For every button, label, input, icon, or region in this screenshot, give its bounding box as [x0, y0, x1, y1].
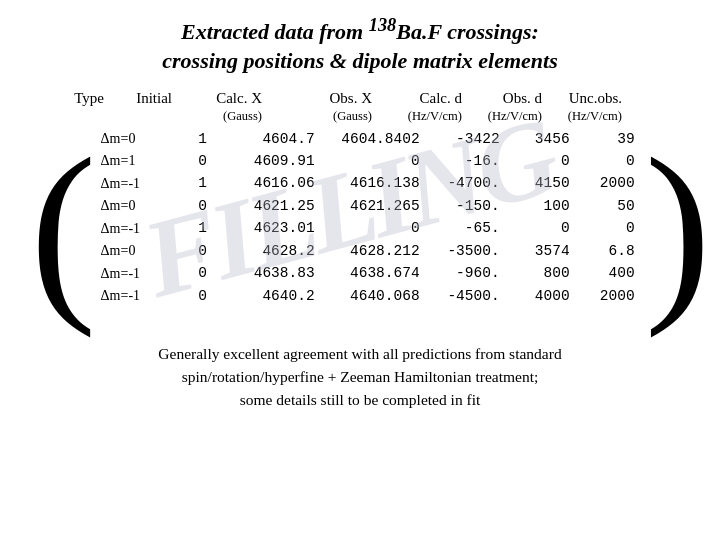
cell-calcx: 4628.2	[231, 240, 321, 262]
cell-calcd: -150.	[426, 195, 506, 217]
cell-calcx: 4616.06	[231, 172, 321, 194]
cell-initial: 0	[181, 195, 231, 217]
header-initial: Initial	[110, 90, 178, 107]
cell-type: Δm=-1	[101, 262, 181, 284]
cell-obsd: 0	[506, 150, 576, 172]
cell-obsd: 800	[506, 262, 576, 284]
cell-uncobs: 50	[576, 195, 641, 217]
cell-type: Δm=1	[101, 150, 181, 172]
cell-calcx: 4623.01	[231, 217, 321, 239]
cell-obsx: 0	[321, 217, 426, 239]
cell-calcx: 4609.91	[231, 150, 321, 172]
table-row: Δm=0 1 4604.7 4604.8402 -3422 3456 39	[101, 128, 641, 150]
cell-obsx: 0	[321, 150, 426, 172]
page-title: Extracted data from 138Ba.F crossings: c…	[162, 14, 557, 76]
subheader-initial-spacer	[110, 109, 178, 124]
header-calcd: Calc. d	[378, 90, 468, 107]
cell-calcd: -16.	[426, 150, 506, 172]
cell-obsx: 4640.068	[321, 285, 426, 307]
header-obsd: Obs. d	[468, 90, 548, 107]
header-obsx: Obs. X	[268, 90, 378, 107]
cell-calcd: -960.	[426, 262, 506, 284]
cell-type: Δm=-1	[101, 285, 181, 307]
cell-initial: 0	[181, 262, 231, 284]
table-row: Δm=-1 0 4640.2 4640.068 -4500. 4000 2000	[101, 285, 641, 307]
cell-calcd: -4700.	[426, 172, 506, 194]
table-row: Δm=0 0 4621.25 4621.265 -150. 100 50	[101, 195, 641, 217]
cell-type: Δm=-1	[101, 217, 181, 239]
cell-uncobs: 0	[576, 217, 641, 239]
bracket-right: )	[645, 128, 712, 328]
title-line2: crossing positions & dipole matrix eleme…	[162, 47, 557, 76]
subheader-obsd-unit: (Hz/V/cm)	[468, 109, 548, 124]
bracket-left: (	[30, 128, 97, 328]
cell-uncobs: 0	[576, 150, 641, 172]
table-row: Δm=0 0 4628.2 4628.212 -3500. 3574 6.8	[101, 240, 641, 262]
cell-calcd: -4500.	[426, 285, 506, 307]
cell-calcx: 4621.25	[231, 195, 321, 217]
cell-obsd: 100	[506, 195, 576, 217]
header-calcx: Calc. X	[178, 90, 268, 107]
cell-calcx: 4604.7	[231, 128, 321, 150]
cell-calcx: 4638.83	[231, 262, 321, 284]
subheader-calcx-unit: (Gauss)	[178, 109, 268, 124]
cell-obsx: 4638.674	[321, 262, 426, 284]
cell-type: Δm=0	[101, 240, 181, 262]
cell-obsd: 4150	[506, 172, 576, 194]
table-row: Δm=1 0 4609.91 0 -16. 0 0	[101, 150, 641, 172]
cell-initial: 1	[181, 128, 231, 150]
cell-obsd: 4000	[506, 285, 576, 307]
cell-initial: 0	[181, 285, 231, 307]
cell-uncobs: 400	[576, 262, 641, 284]
cell-initial: 1	[181, 217, 231, 239]
subheader-uncobs-unit: (Hz/V/cm)	[548, 109, 628, 124]
cell-type: Δm=-1	[101, 172, 181, 194]
cell-uncobs: 2000	[576, 285, 641, 307]
cell-type: Δm=0	[101, 128, 181, 150]
table-row: Δm=-1 0 4638.83 4638.674 -960. 800 400	[101, 262, 641, 284]
matrix-container: ( Δm=0 1 4604.7 4604.8402 -3422 3456 39 …	[30, 128, 700, 328]
cell-calcd: -3422	[426, 128, 506, 150]
table-row: Δm=-1 1 4616.06 4616.138 -4700. 4150 200…	[101, 172, 641, 194]
footer-line3: some details still to be completed in fi…	[158, 388, 561, 411]
page-container: Extracted data from 138Ba.F crossings: c…	[0, 0, 720, 540]
cell-uncobs: 2000	[576, 172, 641, 194]
cell-uncobs: 6.8	[576, 240, 641, 262]
header-uncobs: Unc.obs.	[548, 90, 628, 107]
data-rows: Δm=0 1 4604.7 4604.8402 -3422 3456 39 Δm…	[101, 128, 641, 328]
cell-calcx: 4640.2	[231, 285, 321, 307]
cell-initial: 0	[181, 150, 231, 172]
cell-uncobs: 39	[576, 128, 641, 150]
subheader-row: (Gauss) (Gauss) (Hz/V/cm) (Hz/V/cm) (Hz/…	[30, 109, 700, 124]
cell-obsx: 4628.212	[321, 240, 426, 262]
cell-obsx: 4616.138	[321, 172, 426, 194]
cell-type: Δm=0	[101, 195, 181, 217]
cell-calcd: -3500.	[426, 240, 506, 262]
footer-line1: Generally excellent agreement with all p…	[158, 342, 561, 365]
subheader-obsx-unit: (Gauss)	[268, 109, 378, 124]
cell-obsd: 3456	[506, 128, 576, 150]
cell-initial: 0	[181, 240, 231, 262]
header-type: Type	[30, 90, 110, 107]
title-line1: Extracted data from 138Ba.F crossings:	[162, 14, 557, 47]
cell-obsd: 0	[506, 217, 576, 239]
cell-initial: 1	[181, 172, 231, 194]
column-headers: Type Initial Calc. X Obs. X Calc. d Obs.…	[30, 90, 700, 107]
table-row: Δm=-1 1 4623.01 0 -65. 0 0	[101, 217, 641, 239]
cell-obsd: 3574	[506, 240, 576, 262]
cell-obsx: 4621.265	[321, 195, 426, 217]
subheader-calcd-unit: (Hz/V/cm)	[378, 109, 468, 124]
footer-text: Generally excellent agreement with all p…	[158, 342, 561, 412]
cell-obsx: 4604.8402	[321, 128, 426, 150]
cell-calcd: -65.	[426, 217, 506, 239]
footer-line2: spin/rotation/hyperfine + Zeeman Hamilto…	[158, 365, 561, 388]
data-table: Type Initial Calc. X Obs. X Calc. d Obs.…	[20, 90, 700, 328]
